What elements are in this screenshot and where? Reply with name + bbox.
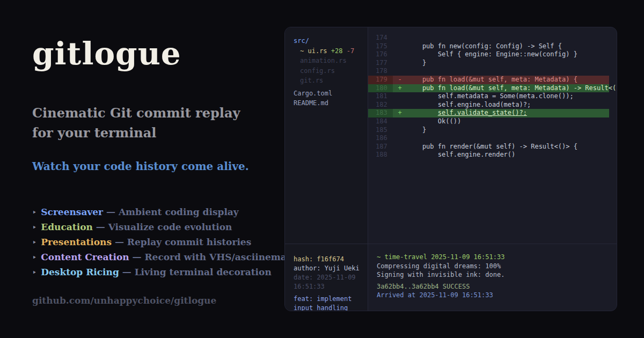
diff-marker bbox=[393, 101, 407, 109]
hero-section: gitlogue Cinematic Git commit replay for… bbox=[32, 35, 274, 280]
code-text: Self { engine: Engine::new(config) } bbox=[407, 50, 577, 59]
code-text: Ok(()) bbox=[407, 117, 461, 126]
feature-item: ‣Desktop Ricing — Living terminal decora… bbox=[32, 265, 274, 280]
line-number: 188 bbox=[368, 151, 393, 159]
code-line: 188 self.engine.render() bbox=[368, 151, 609, 159]
feature-description: — Visualize code evolution bbox=[93, 222, 232, 232]
feature-keyword: Education bbox=[41, 222, 93, 232]
file-tree-item: Cargo.toml bbox=[294, 89, 368, 99]
feature-keyword: Presentations bbox=[41, 237, 112, 247]
code-text: self.engine.render() bbox=[407, 151, 515, 159]
diff-marker: - bbox=[393, 76, 407, 84]
line-number: 185 bbox=[368, 126, 393, 135]
code-line: 175 pub fn new(config: Config) -> Self { bbox=[368, 42, 609, 51]
file-tree-item: config.rs bbox=[294, 66, 368, 76]
feature-keyword: Screensaver bbox=[41, 207, 103, 217]
diff-marker bbox=[393, 126, 407, 135]
code-line: 184 Ok(()) bbox=[368, 117, 609, 126]
status-compressing: Compressing digital dreams: 100% bbox=[377, 262, 617, 271]
removed-count: -7 bbox=[347, 47, 354, 55]
terminal-panel: src/ ~ ui.rs +28 -7 animation.rsconfig.r… bbox=[284, 27, 617, 311]
added-count: +28 bbox=[331, 47, 343, 55]
line-number: 175 bbox=[368, 42, 393, 51]
line-number: 182 bbox=[368, 101, 393, 109]
line-number: 180 bbox=[368, 84, 393, 93]
line-number: 176 bbox=[368, 50, 393, 59]
file-tree-active-item: ~ ui.rs +28 -7 bbox=[294, 46, 368, 56]
feature-keyword: Content Creation bbox=[41, 252, 129, 262]
code-line: 178 bbox=[368, 67, 609, 76]
code-line: 174 bbox=[368, 34, 609, 42]
diff-marker: + bbox=[393, 84, 407, 93]
page-title: gitlogue bbox=[32, 35, 274, 72]
diff-marker bbox=[393, 50, 407, 59]
bullet-icon: ‣ bbox=[32, 238, 36, 247]
feature-description: — Record with VHS/asciinema bbox=[129, 252, 287, 262]
code-line: 183+ self.validate_state()?; bbox=[368, 109, 609, 117]
subtitle-line-2: for your terminal bbox=[32, 125, 156, 141]
diff-marker bbox=[393, 151, 407, 159]
line-number: 184 bbox=[368, 117, 393, 126]
diff-marker bbox=[393, 143, 407, 151]
file-tree-root: src/ bbox=[294, 36, 368, 46]
code-text: self.engine.load(meta)?; bbox=[407, 101, 531, 109]
diff-marker bbox=[393, 34, 407, 42]
diff-marker: + bbox=[393, 109, 407, 117]
commit-message-line-1: feat: implement bbox=[294, 295, 368, 304]
diff-marker bbox=[393, 42, 407, 51]
diff-marker bbox=[393, 59, 407, 68]
diff-marker bbox=[393, 67, 407, 76]
status-time-travel: ~ time-travel 2025-11-09 16:51:33 bbox=[377, 253, 617, 262]
feature-description: — Ambient coding display bbox=[103, 207, 239, 217]
code-text: pub fn load(&mut self, meta: Metadata) -… bbox=[407, 84, 617, 93]
diff-marker bbox=[393, 134, 407, 143]
subtitle: Cinematic Git commit replay for your ter… bbox=[32, 103, 274, 143]
code-line: 176 Self { engine: Engine::new(config) } bbox=[368, 50, 609, 59]
commit-date: date: 2025-11-09 bbox=[294, 273, 368, 282]
status-signing: Signing with invisible ink: done. bbox=[377, 270, 617, 280]
code-line: 177 } bbox=[368, 59, 609, 68]
code-line: 185 } bbox=[368, 126, 609, 135]
bullet-icon: ‣ bbox=[32, 223, 36, 232]
commit-author: author: Yuji Ueki bbox=[294, 264, 368, 273]
code-line: 180+ pub fn load(&mut self, meta: Metada… bbox=[368, 84, 609, 93]
code-line: 186 bbox=[368, 134, 609, 143]
code-text: pub fn load(&mut self, meta: Metadata) { bbox=[407, 76, 577, 84]
diff-panel: 174175 pub fn new(config: Config) -> Sel… bbox=[368, 27, 617, 244]
diff-marker bbox=[393, 92, 407, 101]
file-tree-item: animation.rs bbox=[294, 56, 368, 66]
feature-item: ‣Presentations — Replay commit histories bbox=[32, 235, 274, 250]
code-line: 179- pub fn load(&mut self, meta: Metada… bbox=[368, 76, 609, 84]
commit-time: 16:51:33 bbox=[294, 282, 368, 291]
bullet-icon: ‣ bbox=[32, 253, 36, 262]
github-link[interactable]: github.com/unhappychoice/gitlogue bbox=[32, 295, 216, 306]
line-number: 179 bbox=[368, 76, 393, 84]
line-number: 177 bbox=[368, 59, 393, 68]
code-line: 181 self.metadata = Some(meta.clone()); bbox=[368, 92, 609, 101]
status-success: 3a62bb4..3a62bb4 SUCCESS bbox=[377, 282, 617, 291]
file-tree-item: git.rs bbox=[294, 76, 368, 86]
file-tree-panel: src/ ~ ui.rs +28 -7 animation.rsconfig.r… bbox=[285, 27, 368, 244]
line-number: 178 bbox=[368, 67, 393, 76]
line-number: 187 bbox=[368, 143, 393, 151]
code-text: self.validate_state()?; bbox=[407, 109, 527, 117]
subtitle-line-1: Cinematic Git commit replay bbox=[32, 105, 240, 121]
line-number: 174 bbox=[368, 34, 393, 42]
feature-keyword: Desktop Ricing bbox=[41, 267, 119, 277]
feature-description: — Replay commit histories bbox=[112, 237, 251, 247]
commit-hash: hash: f16f674 bbox=[294, 255, 368, 264]
code-text: pub fn render(&mut self) -> Result<()> { bbox=[407, 143, 577, 151]
code-line: 187 pub fn render(&mut self) -> Result<(… bbox=[368, 143, 609, 151]
code-line: 182 self.engine.load(meta)?; bbox=[368, 101, 609, 109]
feature-item: ‣Education — Visualize code evolution bbox=[32, 220, 274, 235]
bullet-icon: ‣ bbox=[32, 208, 36, 217]
feature-item: ‣Screensaver — Ambient coding display bbox=[32, 205, 274, 220]
diff-marker bbox=[393, 117, 407, 126]
typed-text: self.validate_state()?; bbox=[438, 109, 527, 116]
tagline: Watch your code history come alive. bbox=[32, 160, 274, 173]
commit-message-line-2: input handling bbox=[294, 304, 368, 311]
status-panel: ~ time-travel 2025-11-09 16:51:33 Compre… bbox=[368, 244, 617, 311]
line-number: 183 bbox=[368, 109, 393, 117]
file-tree-other-group: Cargo.tomlREADME.md bbox=[294, 89, 368, 108]
file-tree-dim-group: animation.rsconfig.rsgit.rs bbox=[294, 56, 368, 86]
